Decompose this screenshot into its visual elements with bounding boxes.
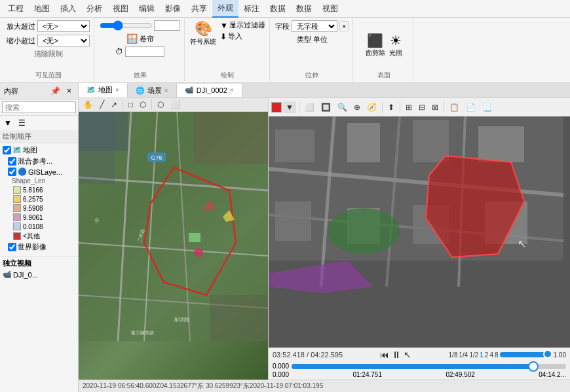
ms-input[interactable]: 500.0 ms bbox=[125, 46, 164, 57]
layer-gis[interactable]: 🔵 GISLaye... bbox=[0, 167, 78, 177]
stretch-group-label: 拉伸 bbox=[305, 69, 318, 80]
timeline-label-1: 01:24.751 bbox=[352, 371, 382, 378]
timeline-start: 0.000 bbox=[273, 363, 289, 370]
forward-btn[interactable]: ↖ bbox=[404, 349, 411, 360]
map-tool-rect[interactable]: □ bbox=[126, 99, 136, 111]
clear-row: 清除限制 bbox=[34, 49, 63, 59]
panel-pin-btn[interactable]: 📌 bbox=[48, 85, 63, 97]
video-tool-more1[interactable]: 📋 bbox=[447, 101, 462, 113]
display-filter-btn[interactable]: ▼ 显示过滤器 bbox=[220, 20, 265, 30]
video-tool-grid2[interactable]: ⊟ bbox=[416, 101, 428, 113]
speed-handle[interactable] bbox=[543, 349, 552, 359]
video-tool-up[interactable]: ⬆ bbox=[385, 101, 397, 113]
map-tool-scale[interactable]: ⬜ bbox=[168, 99, 183, 111]
map-tool-polygon[interactable]: ⬡ bbox=[137, 99, 149, 111]
curtain-row: 🪟 卷帘 bbox=[126, 33, 154, 44]
video-tool-more3[interactable]: 📃 bbox=[480, 101, 495, 113]
zoom-in-dropdown[interactable]: <无> bbox=[37, 20, 90, 32]
video-tool-3[interactable]: 🔍 bbox=[335, 101, 350, 113]
lighting-btn[interactable]: ☀ 光照 bbox=[389, 33, 402, 58]
video-sep-4 bbox=[444, 102, 444, 113]
list-icon[interactable]: ☰ bbox=[16, 117, 28, 129]
video-image: ↖ bbox=[269, 116, 570, 347]
dji-layer-item[interactable]: 📹 DJI_0... bbox=[0, 270, 78, 279]
field-clear-btn[interactable]: × bbox=[339, 21, 349, 31]
timeline-bar[interactable] bbox=[292, 364, 566, 369]
menu-biaozhu[interactable]: 标注 bbox=[238, 1, 265, 17]
layer-gis-checkbox[interactable] bbox=[8, 168, 16, 176]
map-tab-label: 地图 bbox=[98, 85, 113, 95]
video-dropdown-btn[interactable]: ▼ bbox=[283, 101, 296, 113]
visibility-group-label: 可见范围 bbox=[35, 69, 62, 80]
menu-ditu[interactable]: 地图 bbox=[29, 1, 55, 17]
layer-map-checkbox[interactable] bbox=[3, 146, 11, 154]
map-tool-explore[interactable]: ✋ bbox=[81, 99, 96, 111]
menu-shitu2[interactable]: 视图 bbox=[317, 1, 343, 17]
import-btn[interactable]: ⬇ 导入 bbox=[220, 31, 265, 41]
opacity-input[interactable]: 32.0 % bbox=[154, 20, 180, 31]
surface-group-label: 表面 bbox=[377, 69, 390, 80]
face-cut-btn[interactable]: ⬛ 面剪除 bbox=[366, 33, 385, 58]
legend-item-5: 0.0108 bbox=[10, 222, 78, 231]
svg-rect-29 bbox=[275, 130, 314, 162]
zoom-out-dropdown[interactable]: <无> bbox=[37, 35, 90, 46]
tab-dji[interactable]: 📹 DJI_0002 × bbox=[177, 84, 242, 97]
pause-btn[interactable]: ⏸ bbox=[392, 349, 401, 360]
scene-tab-label: 场景 bbox=[147, 86, 162, 96]
toolbar-sep-2 bbox=[151, 99, 152, 110]
tab-scene[interactable]: 🌐 场景 × bbox=[128, 84, 177, 98]
svg-rect-15 bbox=[79, 112, 115, 184]
opacity-slider[interactable] bbox=[100, 20, 152, 31]
map-tab-icon: 🗺️ bbox=[86, 86, 96, 94]
filter-icon[interactable]: ▼ bbox=[1, 117, 14, 129]
menu-bianji[interactable]: 编辑 bbox=[134, 1, 160, 17]
menu-shuju1[interactable]: 数据 bbox=[265, 1, 291, 17]
visibility-controls: 放大超过 <无> 缩小超过 <无> 清除限制 bbox=[7, 20, 90, 69]
svg-rect-10 bbox=[189, 233, 200, 242]
video-tool-4[interactable]: ⊕ bbox=[351, 101, 363, 113]
video-content[interactable]: ↖ bbox=[269, 116, 570, 347]
timeline-handle[interactable] bbox=[528, 361, 539, 372]
menu-waiguan[interactable]: 外观 bbox=[212, 0, 238, 18]
layer-mixed-checkbox[interactable] bbox=[8, 157, 16, 166]
menu-fenxi[interactable]: 分析 bbox=[81, 1, 107, 17]
video-tool-1[interactable]: ⬜ bbox=[302, 101, 317, 113]
satellite-map[interactable]: G76 中 三 bbox=[79, 112, 268, 380]
field-dropdown[interactable]: 无字段 bbox=[292, 20, 337, 32]
video-tool-grid1[interactable]: ⊞ bbox=[403, 101, 415, 113]
scene-tab-close[interactable]: × bbox=[164, 87, 168, 94]
menu-charu[interactable]: 插入 bbox=[55, 1, 81, 17]
legend-value-5: 0.0108 bbox=[23, 223, 43, 230]
panel-close-btn[interactable]: × bbox=[64, 85, 74, 97]
legend-color-4 bbox=[13, 213, 21, 221]
video-tool-compass[interactable]: 🧭 bbox=[364, 101, 379, 113]
video-tool-2[interactable]: 🔲 bbox=[318, 101, 333, 113]
slider-row: 32.0 % bbox=[100, 20, 180, 31]
layer-world-checkbox[interactable] bbox=[8, 243, 16, 251]
menu-shitu[interactable]: 视图 bbox=[107, 1, 134, 17]
menu-shuju2[interactable]: 数据 bbox=[291, 1, 317, 17]
search-input[interactable] bbox=[2, 101, 76, 113]
speed-slider-track[interactable] bbox=[500, 352, 552, 357]
map-tool-draw-arrow[interactable]: ↗ bbox=[108, 99, 120, 111]
rewind-btn[interactable]: ⏮ bbox=[380, 349, 389, 360]
ribbon-group-visibility: 放大超过 <无> 缩小超过 <无> 清除限制 可见范围 bbox=[3, 19, 94, 81]
menu-yingxiang[interactable]: 影像 bbox=[160, 1, 186, 17]
video-tool-more2[interactable]: 📄 bbox=[463, 101, 478, 113]
clock-icon: ⏱ bbox=[115, 47, 123, 56]
legend-color-6 bbox=[13, 232, 21, 240]
video-tool-grid3[interactable]: ⊠ bbox=[429, 101, 441, 113]
menu-gongxiang[interactable]: 共享 bbox=[186, 1, 212, 17]
layer-map[interactable]: 🗺️ 地图 bbox=[0, 145, 78, 156]
map-tool-move[interactable]: ⬡ bbox=[155, 99, 166, 111]
layer-world[interactable]: 世界影像 bbox=[0, 241, 78, 253]
tab-map[interactable]: 🗺️ 地图 × bbox=[79, 83, 128, 98]
video-color-indicator[interactable] bbox=[271, 102, 282, 113]
menu-gongcheng[interactable]: 工程 bbox=[3, 1, 29, 17]
map-tab-close[interactable]: × bbox=[115, 86, 119, 94]
layer-mixed[interactable]: 混合参考... bbox=[0, 156, 78, 167]
symbol-system-btn[interactable]: 🎨 符号系统 bbox=[190, 20, 216, 46]
dji-tab-close[interactable]: × bbox=[230, 86, 234, 94]
legend-value-4: 9.9061 bbox=[23, 214, 43, 221]
map-tool-draw-line[interactable]: ╱ bbox=[97, 99, 107, 111]
